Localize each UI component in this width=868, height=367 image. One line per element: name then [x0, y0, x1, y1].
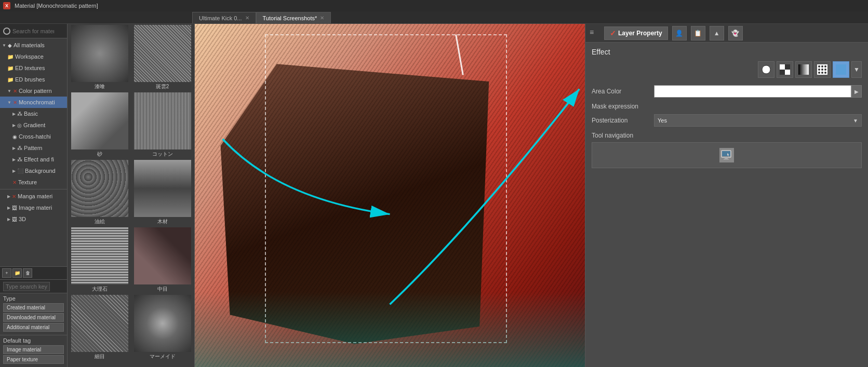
filter-section: Type Created material Downloaded materia…	[0, 293, 67, 335]
list-item[interactable]: 木材	[131, 160, 193, 226]
list-item[interactable]: コットン	[131, 92, 193, 159]
tree-expand-icon: ▶	[12, 123, 16, 128]
tab-tutorial-screenshots[interactable]: Tutorial Screenshots* ✕	[256, 12, 331, 23]
tree-expand-icon: ▶	[12, 169, 16, 173]
tree-expand-icon: ▼	[7, 89, 11, 93]
tree-expand-icon: ▼	[7, 100, 11, 105]
tree-item-label: Effect and fi	[24, 156, 54, 162]
filter-downloaded-btn[interactable]: Downloaded material	[3, 313, 64, 322]
tree-item-label: Workspace	[15, 53, 44, 60]
tree-item-basic[interactable]: ▶ ⁂ Basic	[0, 108, 67, 119]
tool-nav-label: Tool navigation	[592, 132, 862, 139]
tree-item-image-material[interactable]: ▶ 🖼 Image materi	[0, 202, 67, 213]
tab-close-icon[interactable]: ✕	[320, 15, 324, 21]
thumbnail-image	[134, 227, 191, 284]
tree-expand-icon: ▶	[7, 194, 10, 199]
thumbnail-label: 木材	[157, 217, 168, 226]
x-icon: ✕	[13, 88, 17, 94]
list-item[interactable]: 斑雲2	[131, 25, 193, 91]
effect-icons-row: ▼	[592, 61, 862, 78]
list-item[interactable]: 大理石	[69, 227, 130, 294]
search-bar	[0, 24, 67, 38]
sub-icon: ⬛	[17, 168, 23, 174]
tree-item-manga-materials[interactable]: ▶ ✕ Manga materi	[0, 191, 67, 202]
tree-item-texture[interactable]: ✕ Texture	[0, 176, 67, 188]
add-btn[interactable]: +	[2, 268, 11, 278]
gradient-effect-icon-btn[interactable]	[795, 61, 812, 78]
svg-rect-18	[836, 64, 846, 75]
tree-item-color-pattern[interactable]: ▼ ✕ Color pattern	[0, 85, 67, 97]
ghost-icon-btn[interactable]: 👻	[728, 26, 743, 40]
tree-item-gradient[interactable]: ▶ ◎ Gradient	[0, 119, 67, 131]
list-item[interactable]: 漆喰	[69, 25, 130, 91]
panel-toolbar: + 📁 🗑	[0, 267, 67, 279]
select-arrow-icon: ▼	[853, 118, 858, 124]
list-item[interactable]: 油絵	[69, 160, 130, 226]
tree-item-monochromatic[interactable]: ▼ ✕ Monochromati	[0, 97, 67, 108]
tree-item-ed-brushes[interactable]: 📁 ED brushes	[0, 74, 67, 85]
tab-close-icon[interactable]: ✕	[245, 15, 249, 21]
tag-section: Default tag Image material Paper texture	[0, 335, 67, 367]
folder-icon: 📁	[7, 65, 14, 71]
thumbnail-label: 斑雲2	[156, 82, 169, 91]
circle-effect-icon-btn[interactable]	[758, 61, 774, 78]
thumbnail-image	[134, 92, 191, 149]
tree-item-background[interactable]: ▶ ⬛ Background	[0, 165, 67, 176]
filter-created-btn[interactable]: Created material	[3, 303, 64, 312]
tree-item-pattern[interactable]: ▶ ⁂ Pattern	[0, 142, 67, 154]
filter-additional-btn[interactable]: Additional material	[3, 323, 64, 332]
thumbnail-label: 大理石	[92, 284, 108, 294]
area-color-arrow-btn[interactable]: ▶	[851, 85, 862, 98]
dots-effect-icon-btn[interactable]	[814, 61, 831, 78]
tag-paper-btn[interactable]: Paper texture	[3, 355, 64, 364]
blue-rect-effect-icon-btn[interactable]	[833, 61, 849, 78]
x-icon: ✕	[12, 180, 17, 185]
thumbnail-image	[71, 92, 128, 149]
gradient-icon	[798, 64, 809, 75]
sub-icon: ⁂	[17, 157, 22, 162]
svg-rect-4	[785, 64, 790, 70]
clipboard-icon-btn[interactable]: 📋	[691, 26, 705, 40]
filter-label: Type	[3, 295, 64, 302]
tree-item-workspace[interactable]: 📁 Workspace	[0, 51, 67, 62]
search-input[interactable]	[12, 28, 54, 34]
thumbnail-label: コットン	[152, 149, 173, 159]
tree-item-effect-and-filter[interactable]: ▶ ⁂ Effect and fi	[0, 154, 67, 165]
tree-expand-icon: ▶	[7, 217, 10, 222]
list-item[interactable]: 中目	[131, 227, 193, 294]
folder-icon: 📁	[7, 77, 14, 83]
sub-icon: ◉	[12, 134, 17, 140]
triangle-icon-btn[interactable]: ▲	[710, 26, 724, 40]
checker-effect-icon-btn[interactable]	[777, 61, 793, 78]
area-color-value[interactable]	[654, 85, 851, 98]
tree-item-cross-hatch[interactable]: ◉ Cross-hatchi	[0, 131, 67, 142]
tree-expand-icon: ▶	[12, 157, 16, 162]
thumbnail-label: 油絵	[95, 217, 105, 226]
panel-menu-icon[interactable]: ≡	[590, 28, 600, 38]
effect-dropdown-btn[interactable]: ▼	[851, 61, 862, 78]
delete-btn[interactable]: 🗑	[23, 268, 32, 278]
list-item[interactable]: 細目	[69, 295, 130, 361]
tree-item-ed-textures[interactable]: 📁 ED textures	[0, 62, 67, 74]
tree-item-label: Color pattern	[19, 88, 52, 94]
keyword-search-input[interactable]	[3, 282, 50, 291]
list-item[interactable]: マーメイド	[131, 295, 193, 361]
thumbnail-image	[134, 160, 191, 217]
list-item[interactable]: 砂	[69, 92, 130, 159]
thumbnail-label: 漆喰	[95, 82, 105, 91]
svg-rect-6	[785, 70, 790, 75]
tree-folder-icon: ◆	[8, 43, 12, 48]
posterization-select[interactable]: Yes ▼	[654, 114, 862, 127]
tree-item-label: Pattern	[24, 145, 42, 151]
tree-expand-icon: ▶	[12, 146, 16, 151]
tab-ultimate-kick[interactable]: Ultimate Kick 0... ✕	[192, 12, 256, 23]
tree-item-label: Monochromati	[19, 99, 55, 105]
folder-btn[interactable]: 📁	[12, 268, 22, 278]
tool-navigation-section: Tool navigation	[592, 132, 862, 168]
tree-item-3d[interactable]: ▶ 🖼 3D	[0, 213, 67, 225]
layer-property-tab[interactable]: ✓ Layer Property	[604, 26, 668, 40]
tree-item-all-materials[interactable]: ▼ ◆ All materials	[0, 39, 67, 51]
person-icon-btn[interactable]: 👤	[672, 26, 687, 40]
tag-image-btn[interactable]: Image material	[3, 345, 64, 354]
tree-item-label: Texture	[18, 179, 37, 185]
